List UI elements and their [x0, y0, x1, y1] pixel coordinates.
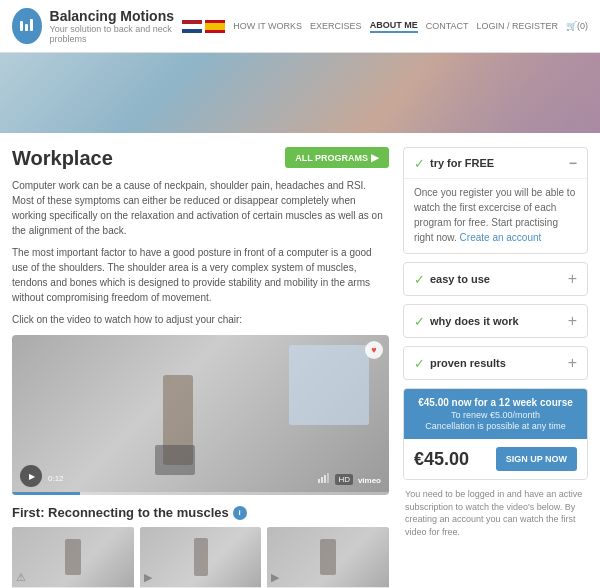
thumb-lower-back-image: ▶	[267, 527, 389, 587]
pricing-cancel: Cancellation is possible at any time	[414, 421, 577, 431]
pricing-action-row: €45.00 SIGN UP NOW	[404, 439, 587, 479]
site-name: Balancing Motions	[50, 8, 183, 24]
pricing-title: €45.00 now for a 12 week course	[414, 397, 577, 408]
video-hd-badge: HD	[335, 474, 353, 485]
check-icon-why: ✓	[414, 314, 425, 329]
signal-bars	[318, 473, 329, 483]
try-free-body: Once you register you will be able to wa…	[404, 178, 587, 253]
logo-area: Balancing Motions Your solution to back …	[12, 8, 182, 44]
nav-exercises[interactable]: EXERCISES	[310, 21, 362, 31]
thumb-lower-play-icon: ▶	[271, 571, 279, 584]
why-card: ✓ why does it work +	[403, 304, 588, 338]
svg-rect-1	[25, 24, 28, 31]
proven-card: ✓ proven results +	[403, 346, 588, 380]
nav-how-it-works[interactable]: HOW IT WORKS	[233, 21, 302, 31]
thumb-side-stretch-image: ▶	[140, 527, 262, 587]
nav-cart[interactable]: 🛒(0)	[566, 21, 588, 31]
collapse-icon-try[interactable]: −	[569, 155, 577, 171]
thumb-lower-back: ▶ Lower back stretch II Separate your ar…	[267, 527, 389, 588]
flag-nl[interactable]	[182, 20, 202, 33]
svg-rect-2	[30, 19, 33, 31]
main-nav: HOW IT WORKS EXERCISES ABOUT ME CONTACT …	[233, 20, 588, 33]
thumb-warning-icon: ⚠	[16, 571, 26, 584]
try-free-header: ✓ try for FREE −	[404, 148, 587, 178]
nav-login[interactable]: LOGIN / REGISTER	[476, 21, 558, 31]
sidebar: ✓ try for FREE − Once you register you w…	[403, 147, 588, 538]
expand-icon-proven[interactable]: +	[568, 354, 577, 372]
all-programs-button[interactable]: ALL PROGRAMS ▶	[285, 147, 389, 168]
thumb-cervical: ⚠ Relaxation of the cervical muscles Kee…	[12, 527, 134, 588]
try-free-title: ✓ try for FREE	[414, 156, 494, 171]
header-right: HOW IT WORKS EXERCISES ABOUT ME CONTACT …	[182, 20, 588, 33]
content-para1: Computer work can be a cause of neckpain…	[12, 178, 389, 238]
thumb-side-play-icon: ▶	[144, 571, 152, 584]
pricing-blue-box: €45.00 now for a 12 week course To renew…	[404, 389, 587, 439]
logo-svg	[17, 16, 37, 36]
video-progress-bar	[12, 492, 389, 495]
thumb-cervical-image: ⚠	[12, 527, 134, 587]
nav-contact[interactable]: CONTACT	[426, 21, 469, 31]
pricing-renew: To renew €5.00/month	[414, 410, 577, 420]
easy-to-use-card: ✓ easy to use +	[403, 262, 588, 296]
pricing-amount: €45.00	[414, 449, 469, 470]
create-account-link[interactable]: Create an account	[460, 232, 542, 243]
main-content: Workplace ALL PROGRAMS ▶ Computer work c…	[0, 133, 600, 588]
video-play-button[interactable]: ▶	[20, 465, 42, 487]
section-title: First: Reconnecting to the muscles i	[12, 505, 389, 520]
logo-text: Balancing Motions Your solution to back …	[50, 8, 183, 44]
language-flags	[182, 20, 225, 33]
check-icon-proven: ✓	[414, 356, 425, 371]
flag-es[interactable]	[205, 20, 225, 33]
expand-icon-easy[interactable]: +	[568, 270, 577, 288]
signup-button[interactable]: SIGN UP NOW	[496, 447, 577, 471]
nav-about-me[interactable]: ABOUT ME	[370, 20, 418, 33]
pricing-card: €45.00 now for a 12 week course To renew…	[403, 388, 588, 480]
check-icon-easy: ✓	[414, 272, 425, 287]
content-para3: Click on the video to watch how to adjus…	[12, 312, 389, 327]
why-header[interactable]: ✓ why does it work +	[404, 305, 587, 337]
thumb-side-stretch: ▶ Side stretch standing Arm next to your…	[140, 527, 262, 588]
video-container[interactable]: ▶ 0:12 ♥ HD vimeo	[12, 335, 389, 495]
header: Balancing Motions Your solution to back …	[0, 0, 600, 53]
vimeo-logo: vimeo	[358, 476, 381, 485]
expand-icon-why[interactable]: +	[568, 312, 577, 330]
content-area: Workplace ALL PROGRAMS ▶ Computer work c…	[12, 147, 389, 588]
thumbnails-row: ⚠ Relaxation of the cervical muscles Kee…	[12, 527, 389, 588]
tagline: Your solution to back and neck problems	[50, 24, 183, 44]
sidebar-note: You need to be logged in and have an act…	[403, 488, 588, 538]
video-like-button[interactable]: ♥	[365, 341, 383, 359]
hero-banner	[0, 53, 600, 133]
logo-icon	[12, 8, 42, 44]
svg-rect-0	[20, 21, 23, 31]
arrow-icon: ▶	[371, 152, 379, 163]
info-icon: i	[233, 506, 247, 520]
video-timestamp: 0:12	[48, 474, 64, 483]
content-para2: The most important factor to have a good…	[12, 245, 389, 305]
try-free-card: ✓ try for FREE − Once you register you w…	[403, 147, 588, 254]
proven-header[interactable]: ✓ proven results +	[404, 347, 587, 379]
check-icon-try: ✓	[414, 156, 425, 171]
easy-to-use-header[interactable]: ✓ easy to use +	[404, 263, 587, 295]
page-title: Workplace	[12, 147, 113, 170]
reconnecting-section: First: Reconnecting to the muscles i ⚠ R…	[12, 505, 389, 588]
